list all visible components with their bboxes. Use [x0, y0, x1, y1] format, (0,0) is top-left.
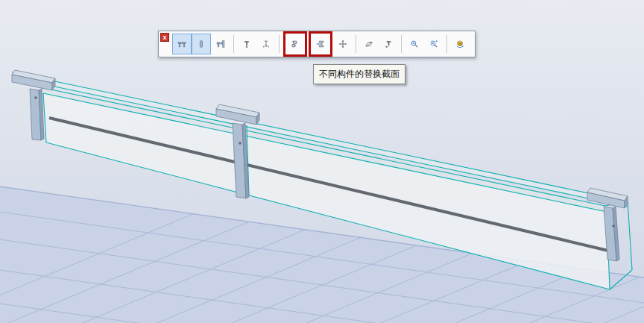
toolbar-separator	[279, 35, 280, 53]
create-column-button[interactable]	[192, 34, 211, 54]
application-viewport: x	[0, 0, 644, 323]
red-highlight-box	[283, 31, 307, 57]
zigzag-section-icon	[291, 36, 300, 52]
skew-plane-button[interactable]	[359, 34, 379, 54]
swap-section-different-button[interactable]	[311, 34, 330, 54]
magnifier-plus-icon	[410, 36, 419, 52]
point-section-button[interactable]	[237, 34, 256, 54]
zoom-in-button[interactable]	[405, 34, 424, 54]
view-3d-button[interactable]	[450, 34, 470, 54]
toolbar-separator	[446, 35, 447, 53]
zoom-area-button[interactable]	[424, 34, 443, 54]
column-icon	[197, 36, 206, 52]
close-button[interactable]: x	[160, 33, 169, 42]
anchor-point-button[interactable]	[256, 34, 276, 54]
beam-icon	[177, 36, 186, 52]
toolbar-separator	[233, 35, 234, 53]
corner-beam-icon	[216, 36, 225, 52]
anchor-icon	[262, 36, 271, 52]
move-handles-button[interactable]	[333, 34, 353, 54]
create-corner-beam-button[interactable]	[211, 34, 230, 54]
swap-section-same-button[interactable]	[285, 34, 305, 54]
t-section-arrow-icon	[242, 36, 251, 52]
magnifier-area-icon	[429, 36, 438, 52]
detach-section-button[interactable]	[379, 34, 398, 54]
i-section-arrow-icon	[316, 36, 325, 52]
t-section-detach-icon	[384, 36, 393, 52]
cube-rotate-icon	[455, 36, 464, 52]
toolbar-separator	[401, 35, 402, 53]
create-beam-button[interactable]	[172, 34, 192, 54]
red-highlight-box	[309, 31, 332, 57]
tooltip: 不同构件的替换截面	[313, 64, 405, 84]
slanted-plane-icon	[364, 36, 373, 52]
floating-toolbar: x	[158, 31, 476, 57]
four-way-arrow-icon	[338, 36, 347, 52]
toolbar-separator	[356, 35, 356, 53]
